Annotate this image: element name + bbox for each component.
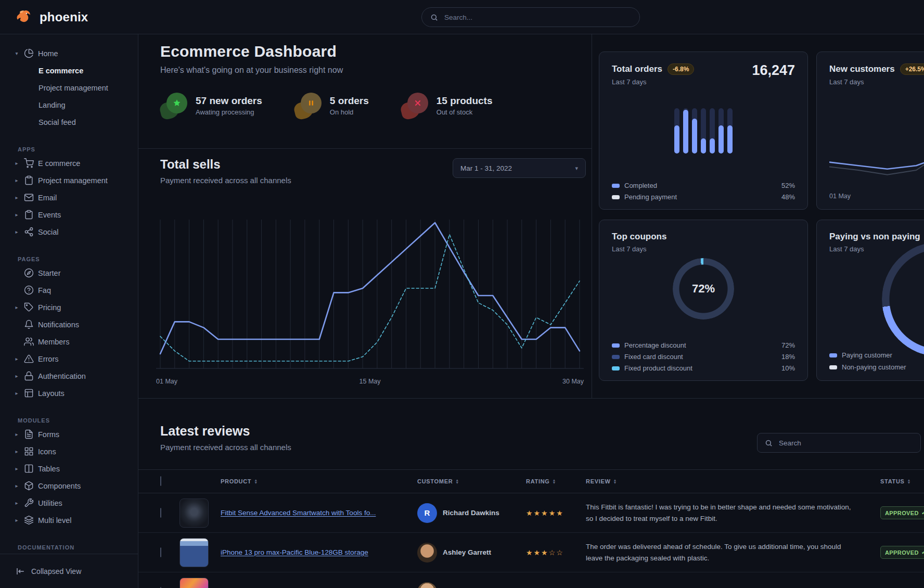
- sidebar-item-notifications[interactable]: Notifications: [0, 316, 138, 333]
- sidebar-item-pricing[interactable]: ▸Pricing: [0, 299, 138, 316]
- lock-icon: [24, 371, 34, 381]
- product-link[interactable]: Fitbit Sense Advanced Smartwatch with To…: [221, 509, 389, 517]
- select-all-checkbox[interactable]: [160, 476, 161, 486]
- columns-icon: [24, 464, 34, 474]
- legend-label: Pending payment: [624, 193, 677, 201]
- avatar[interactable]: R: [417, 503, 437, 523]
- dashboard-left-panel: Ecommerce Dashboard Here's what's going …: [138, 34, 592, 398]
- order-bar: [727, 108, 733, 154]
- row-checkbox[interactable]: [160, 547, 161, 557]
- caret-right-icon: ▸: [14, 517, 20, 523]
- sidebar-item-multi-level[interactable]: ▸Multi level: [0, 512, 138, 529]
- sidebar-item-label: Starter: [38, 269, 61, 277]
- sidebar-item-label: Members: [38, 338, 69, 346]
- customer-name: Ashley Garrett: [443, 548, 491, 556]
- column-header-rating[interactable]: RATING▲▼: [526, 478, 586, 484]
- sidebar-nav: ▾HomeE commerceProject managementLanding…: [0, 34, 138, 553]
- x-icon: [401, 93, 429, 119]
- caret-right-icon: ▸: [14, 304, 20, 310]
- check-icon: ✓: [921, 549, 924, 556]
- sidebar-item-label: Icons: [38, 448, 56, 456]
- reviews-search-input[interactable]: [778, 439, 913, 448]
- sort-icon: ▲▼: [613, 479, 618, 484]
- new-customers-title: New customers: [829, 64, 895, 74]
- legend-label: Paying customer: [842, 351, 892, 359]
- column-header-product[interactable]: PRODUCT▲▼: [221, 478, 417, 484]
- phoenix-logo-icon: [16, 8, 34, 27]
- sidebar-item-label: Pricing: [38, 303, 61, 312]
- global-search[interactable]: [421, 7, 640, 27]
- sidebar-subitem-landing[interactable]: Landing: [0, 96, 138, 113]
- paying-vs-nonpaying-card: Paying vs non paying Last 7 days Paying …: [816, 220, 924, 381]
- order-bar: [718, 108, 724, 154]
- status-badge: APPROVED ✓: [880, 546, 924, 559]
- sidebar-item-home[interactable]: ▾Home: [0, 45, 138, 62]
- product-thumbnail-cell: [179, 538, 221, 567]
- paying-title: Paying vs non paying: [829, 232, 920, 242]
- sidebar-item-forms[interactable]: ▸Forms: [0, 426, 138, 443]
- legend-swatch: [612, 184, 620, 188]
- product-thumbnail[interactable]: [179, 498, 209, 528]
- stat-value: 5 orders: [330, 95, 369, 107]
- reviews-table: PRODUCT▲▼CUSTOMER▲▼RATING▲▼REVIEW▲▼STATU…: [138, 469, 924, 588]
- product-cell: iPhone 13 pro max-Pacific Blue-128GB sto…: [221, 547, 417, 558]
- legend-value: 52%: [781, 182, 795, 189]
- column-header-status[interactable]: STATUS▲▼: [880, 478, 924, 484]
- sidebar-item-layouts[interactable]: ▸Layouts: [0, 385, 138, 402]
- product-thumbnail[interactable]: [179, 538, 209, 567]
- legend-label: Non-paying customer: [842, 363, 906, 371]
- stat-circle: [166, 93, 187, 113]
- brand-logo[interactable]: phoenix: [0, 8, 88, 27]
- sort-icon: ▲▼: [553, 479, 557, 484]
- sidebar-item-faq[interactable]: Faq: [0, 282, 138, 299]
- caret-right-icon: ▸: [14, 390, 20, 396]
- sidebar-item-starter[interactable]: Starter: [0, 264, 138, 282]
- row-checkbox[interactable]: [160, 508, 161, 518]
- order-bar: [674, 108, 679, 154]
- caret-right-icon: ▸: [14, 449, 20, 454]
- sidebar-item-e-commerce[interactable]: ▸E commerce: [0, 155, 138, 172]
- sidebar-item-label: Tables: [38, 465, 60, 473]
- mail-icon: [24, 193, 34, 202]
- sidebar-item-label: Social: [38, 228, 59, 236]
- column-header-review[interactable]: REVIEW▲▼: [586, 478, 880, 484]
- reviews-search[interactable]: [757, 433, 921, 453]
- avatar[interactable]: [417, 543, 437, 563]
- sidebar-item-email[interactable]: ▸Email: [0, 189, 138, 206]
- reviews-table-header: PRODUCT▲▼CUSTOMER▲▼RATING▲▼REVIEW▲▼STATU…: [138, 469, 924, 493]
- caret-right-icon: ▸: [14, 160, 20, 166]
- sidebar-item-errors[interactable]: ▸Errors: [0, 350, 138, 367]
- sidebar-item-utilities[interactable]: ▸Utilities: [0, 494, 138, 512]
- date-range-select[interactable]: Mar 1 - 31, 2022 ▾: [453, 158, 586, 178]
- sidebar-subitem-social-feed[interactable]: Social feed: [0, 113, 138, 131]
- sidebar-item-project-management[interactable]: ▸Project management: [0, 172, 138, 189]
- sidebar-subitem-e-commerce[interactable]: E commerce: [0, 62, 138, 79]
- search-input[interactable]: [443, 13, 631, 22]
- rating-stars: ★★★★★: [526, 509, 586, 517]
- column-header-customer[interactable]: CUSTOMER▲▼: [417, 478, 526, 484]
- sidebar-item-social[interactable]: ▸Social: [0, 223, 138, 240]
- sidebar-item-events[interactable]: ▸Events: [0, 206, 138, 223]
- sidebar-item-authentication[interactable]: ▸Authentication: [0, 367, 138, 385]
- sidebar-item-components[interactable]: ▸Components: [0, 477, 138, 494]
- product-link[interactable]: iPhone 13 pro max-Pacific Blue-128GB sto…: [221, 548, 382, 556]
- customer-cell: RRichard Dawkins: [417, 503, 526, 523]
- latest-reviews-section: Latest reviews Payment received across a…: [138, 398, 924, 588]
- sidebar-subitem-project-management[interactable]: Project management: [0, 79, 138, 96]
- new-customers-period: Last 7 days: [829, 78, 924, 86]
- sidebar-section-label: APPS: [0, 144, 138, 155]
- legend-swatch: [612, 366, 620, 370]
- total-sells-title: Total sells: [160, 157, 221, 172]
- sidebar-section-label: PAGES: [0, 254, 138, 264]
- sidebar-item-tables[interactable]: ▸Tables: [0, 460, 138, 477]
- table-row: Fitbit Sense Advanced Smartwatch with To…: [138, 493, 924, 533]
- collapse-sidebar-button[interactable]: Collapsed View: [0, 554, 138, 588]
- page: phoenix ▾HomeE commerceProject managemen…: [0, 0, 924, 588]
- sidebar-item-icons[interactable]: ▸Icons: [0, 443, 138, 460]
- header-checkbox-cell: [160, 477, 179, 486]
- total-orders-badge: -6.8%: [668, 63, 694, 75]
- order-bar-completed: [683, 110, 688, 154]
- sidebar-item-members[interactable]: Members: [0, 333, 138, 350]
- avatar[interactable]: [417, 582, 437, 588]
- product-thumbnail[interactable]: [179, 578, 209, 588]
